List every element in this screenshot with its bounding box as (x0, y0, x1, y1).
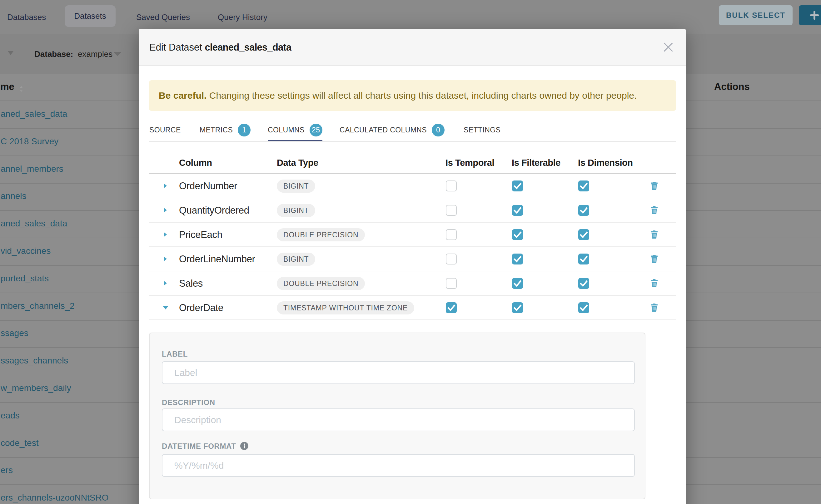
close-icon[interactable] (664, 42, 673, 52)
trash-icon[interactable] (651, 254, 658, 262)
column-settings-panel: LABEL DESCRIPTION DATETIME FORMAT (149, 333, 645, 499)
dataset-link[interactable]: annel_members (1, 164, 63, 174)
checkmark-icon (578, 205, 589, 216)
warning-banner: Be careful. Changing these settings will… (149, 80, 676, 111)
tab-label: COLUMNS (268, 126, 304, 134)
checkmark-icon (578, 302, 589, 313)
trash-icon[interactable] (651, 230, 658, 238)
column-row-OrderNumber: OrderNumberBIGINT (139, 174, 686, 198)
dataset-link[interactable]: ssages_channels (1, 356, 68, 366)
dataset-link[interactable]: annels (1, 191, 27, 201)
tab-count-badge: 25 (309, 124, 322, 136)
trash-glyph (651, 182, 658, 190)
caret-right-icon[interactable] (164, 281, 167, 286)
dataset-link[interactable]: ers (1, 465, 13, 475)
is-dimension-checkbox[interactable] (578, 205, 589, 216)
is-dimension-checkbox[interactable] (578, 302, 589, 313)
dataset-link[interactable]: w_members_daily (1, 383, 71, 393)
caret-down-icon[interactable] (163, 306, 168, 309)
label-input[interactable] (162, 361, 635, 384)
checkmark-icon (512, 302, 523, 313)
superset-datasets-page: Databases Datasets Saved Queries Query H… (0, 0, 821, 504)
nav-tab-datasets[interactable]: Datasets (65, 5, 116, 27)
caret-right-icon[interactable] (164, 183, 167, 188)
modal-title: Edit Dataset cleaned_sales_data (149, 29, 291, 66)
modal-tab-columns[interactable]: COLUMNS25 (268, 120, 322, 140)
trash-glyph (651, 206, 658, 214)
columns-rows: OrderNumberBIGINTQuantityOrderedBIGINTPr… (139, 174, 686, 320)
dataset-link[interactable]: C 2018 Survey (1, 136, 58, 146)
column-row-OrderDate: OrderDateTIMESTAMP WITHOUT TIME ZONE (139, 296, 686, 320)
checkmark-icon (512, 229, 523, 240)
datetime-format-label-text: DATETIME FORMAT (162, 442, 236, 450)
is-temporal-checkbox[interactable] (446, 229, 457, 240)
is-filterable-checkbox[interactable] (512, 205, 523, 216)
is-filterable-checkbox[interactable] (512, 254, 523, 264)
is-temporal-checkbox[interactable] (446, 302, 457, 313)
column-row-QuantityOrdered: QuantityOrderedBIGINT (139, 198, 686, 223)
checkmark-icon (578, 229, 589, 240)
nav-tab-databases[interactable]: Databases (7, 0, 46, 34)
datetime-format-field-label: DATETIME FORMAT (162, 442, 248, 451)
caret-right-icon[interactable] (164, 256, 167, 261)
data-type-pill: BIGINT (277, 204, 315, 217)
sort-icon[interactable] (18, 86, 24, 92)
is-dimension-checkbox[interactable] (578, 254, 589, 264)
is-filterable-checkbox[interactable] (512, 180, 523, 191)
database-filter-value[interactable]: examples (78, 34, 112, 74)
is-temporal-checkbox[interactable] (446, 180, 457, 191)
trash-icon[interactable] (651, 181, 658, 189)
dataset-link[interactable]: aned_sales_data (1, 109, 67, 119)
checkmark-icon (512, 278, 523, 289)
modal-title-dataset-name: cleaned_sales_data (205, 42, 291, 53)
tab-count-badge: 1 (238, 124, 250, 136)
tab-label: SETTINGS (464, 126, 501, 134)
is-temporal-checkbox[interactable] (446, 278, 457, 289)
data-type-pill: DOUBLE PRECISION (277, 228, 365, 241)
dataset-link[interactable]: mbers_channels_2 (1, 301, 75, 311)
dataset-link[interactable]: ers_channels-uzooNNtSRO (1, 493, 109, 503)
modal-tab-source[interactable]: SOURCE (149, 120, 181, 140)
add-dataset-button[interactable] (799, 5, 821, 25)
dataset-link[interactable]: eads (1, 411, 20, 421)
tab-count-badge: 0 (432, 124, 445, 136)
is-dimension-checkbox[interactable] (578, 278, 589, 289)
is-dimension-checkbox[interactable] (578, 180, 589, 191)
caret-right-icon[interactable] (164, 208, 167, 213)
th-is-temporal: Is Temporal (446, 151, 494, 175)
description-field-label: DESCRIPTION (162, 398, 215, 407)
is-filterable-checkbox[interactable] (512, 302, 523, 313)
checkmark-icon (512, 180, 523, 191)
modal-tab-metrics[interactable]: METRICS1 (200, 120, 250, 140)
caret-right-icon[interactable] (164, 232, 167, 237)
dataset-link[interactable]: ssages (1, 328, 28, 338)
dataset-link[interactable]: aned_sales_data (1, 219, 67, 229)
datetime-format-input[interactable] (162, 454, 635, 477)
label-field-label: LABEL (162, 350, 188, 358)
dataset-link[interactable]: ported_stats (1, 274, 49, 284)
column-row-Sales: SalesDOUBLE PRECISION (139, 271, 686, 296)
chevron-down-icon[interactable] (8, 51, 13, 55)
trash-icon[interactable] (651, 278, 658, 286)
modal-tab-calculated-columns[interactable]: CALCULATED COLUMNS0 (339, 120, 445, 140)
info-icon[interactable] (240, 442, 248, 450)
data-type-pill: BIGINT (277, 180, 315, 193)
dataset-link[interactable]: code_test (1, 438, 38, 448)
modal-tab-settings[interactable]: SETTINGS (464, 120, 501, 140)
is-filterable-checkbox[interactable] (512, 229, 523, 240)
column-name: OrderDate (179, 296, 223, 320)
is-temporal-checkbox[interactable] (446, 205, 457, 216)
trash-icon[interactable] (651, 303, 658, 311)
dataset-link[interactable]: vid_vaccines (1, 246, 51, 256)
row-separator (149, 319, 676, 320)
description-input[interactable] (162, 408, 635, 431)
name-column-header[interactable]: me (0, 81, 14, 92)
is-temporal-checkbox[interactable] (446, 254, 457, 264)
is-dimension-checkbox[interactable] (578, 229, 589, 240)
th-data-type: Data Type (277, 151, 318, 175)
bulk-select-button[interactable]: BULK SELECT (719, 5, 793, 25)
tabs-underline (149, 141, 676, 142)
is-filterable-checkbox[interactable] (512, 278, 523, 289)
chevron-down-icon[interactable] (114, 52, 121, 56)
trash-icon[interactable] (651, 205, 658, 213)
